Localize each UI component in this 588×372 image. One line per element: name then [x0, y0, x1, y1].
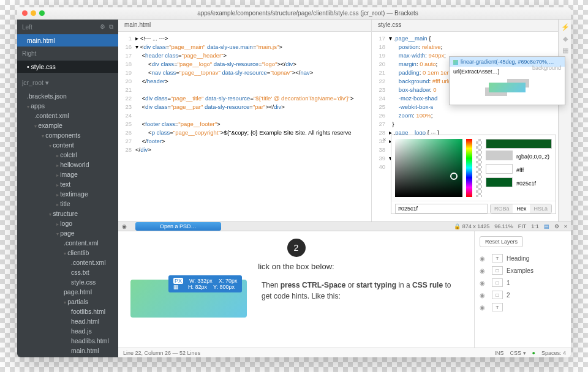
- tree-item[interactable]: page: [17, 228, 118, 238]
- cursor-position: Line 22, Column 26 — 52 Lines: [123, 350, 200, 356]
- hue-slider[interactable]: [466, 139, 472, 197]
- language-mode[interactable]: CSS ▾: [510, 350, 526, 356]
- close-icon[interactable]: [22, 10, 28, 16]
- live-preview-icon[interactable]: ⚡: [561, 23, 570, 31]
- hex-input[interactable]: [395, 204, 488, 214]
- project-root[interactable]: jcr_root ▾: [17, 76, 118, 89]
- layer-row[interactable]: ◉T: [480, 301, 566, 313]
- layers-toggle-icon[interactable]: ▤: [544, 223, 549, 229]
- open-psd-button[interactable]: Open a PSD…: [135, 222, 221, 231]
- eye-icon[interactable]: ◉: [122, 223, 130, 229]
- layer-row[interactable]: ◉□2: [480, 289, 566, 301]
- tree-item[interactable]: textimage: [17, 189, 118, 199]
- tree-item[interactable]: title: [17, 199, 118, 209]
- tree-item[interactable]: head.js: [17, 326, 118, 336]
- extract-icon[interactable]: ▦: [562, 46, 568, 54]
- titlebar[interactable]: apps/example/components/structure/page/c…: [17, 7, 571, 20]
- layers-panel: Reset Layers ◉THeading◉□Examples◉□1◉□2◉T: [474, 231, 571, 348]
- tree-item[interactable]: footlibs.html: [17, 307, 118, 316]
- insert-mode[interactable]: INS: [495, 350, 504, 356]
- tree-item[interactable]: main.html: [17, 346, 118, 355]
- reset-layers-button[interactable]: Reset Layers: [480, 236, 523, 247]
- gear-icon[interactable]: ⚙: [554, 223, 559, 229]
- color-gradient[interactable]: [395, 139, 462, 197]
- working-file-left[interactable]: main.html: [17, 34, 118, 46]
- ratio-button[interactable]: 1:1: [531, 223, 539, 229]
- window-title: apps/example/components/structure/page/c…: [50, 10, 566, 17]
- tree-item[interactable]: .content.xml: [17, 238, 118, 248]
- tree-item[interactable]: .brackets.json: [17, 91, 118, 101]
- gear-icon[interactable]: ⚙: [100, 23, 105, 31]
- fit-button[interactable]: FIT: [518, 223, 527, 229]
- tree-item[interactable]: css.txt: [17, 267, 118, 277]
- tree-item[interactable]: apps: [17, 101, 118, 111]
- tree-item[interactable]: .content.xml: [17, 258, 118, 267]
- editor-left[interactable]: main.html 1▸ <!--- ... --->16▾ <div clas…: [118, 20, 372, 221]
- indent-setting[interactable]: Spaces: 4: [541, 350, 566, 356]
- tree-item[interactable]: image: [17, 169, 118, 179]
- color-mode-segmented[interactable]: RGBaHexHSLa: [490, 204, 552, 214]
- working-set-right-header: Right: [17, 46, 118, 61]
- tree-item[interactable]: logo: [17, 218, 118, 228]
- code-hint-popup[interactable]: linear-gradient(-45deg, #69c8e70%,… back…: [449, 56, 565, 105]
- tree-item[interactable]: structure: [17, 209, 118, 218]
- working-file-right[interactable]: • style.css: [17, 61, 118, 73]
- minimize-icon[interactable]: [31, 10, 36, 16]
- tree-item[interactable]: example: [17, 121, 118, 130]
- inline-color-picker[interactable]: × rgba(0,0,0,.2)#fff#025c1f RGBaHexHSLa: [391, 135, 556, 214]
- layer-row[interactable]: ◉□1: [480, 277, 566, 289]
- sidebar: Left ⚙⧉ main.html Right • style.css jcr_…: [17, 20, 118, 357]
- preview-body: Then press CTRL-Space or start typing in…: [262, 280, 462, 302]
- tree-item[interactable]: content: [17, 140, 118, 150]
- tree-item[interactable]: head.html: [17, 316, 118, 326]
- tree-item[interactable]: colctrl: [17, 150, 118, 160]
- working-set-left-header: Left ⚙⧉: [17, 20, 118, 34]
- extension-gutter: ⚡ ◆ ▦: [559, 20, 571, 221]
- extract-toolbar: ◉ Open a PSD… 🔒 874 x 1425 96.11% FIT 1:…: [118, 221, 571, 231]
- zoom-level: 96.11%: [494, 223, 513, 229]
- tree-item[interactable]: components: [17, 130, 118, 140]
- tree-item[interactable]: page.html: [17, 287, 118, 297]
- editor-tab-left[interactable]: main.html: [118, 20, 371, 32]
- step-badge: 2: [287, 239, 306, 257]
- layer-row[interactable]: ◉□Examples: [480, 264, 566, 277]
- alpha-slider[interactable]: [476, 139, 482, 197]
- zoom-icon[interactable]: [39, 10, 45, 16]
- statusbar: Line 22, Column 26 — 52 Lines INS CSS ▾ …: [118, 348, 571, 357]
- measurement-tooltip: PXW: 332pxX: 70px ▦H: 82pxY: 800px: [168, 275, 242, 292]
- tree-item[interactable]: partials: [17, 297, 118, 307]
- tree-item[interactable]: text: [17, 179, 118, 189]
- editor-tab-right[interactable]: style.css: [372, 20, 558, 32]
- file-tree[interactable]: .brackets.jsonapps.content.xmlexamplecom…: [17, 89, 118, 357]
- tree-item[interactable]: style.css: [17, 277, 118, 287]
- tree-item[interactable]: .content.xml: [17, 111, 118, 121]
- tree-item[interactable]: headlibs.html: [17, 336, 118, 346]
- app-window: apps/example/components/structure/page/c…: [17, 7, 571, 357]
- psd-preview[interactable]: 2 lick on the box below: Then press CTRL…: [118, 231, 474, 348]
- preview-heading: lick on the box below:: [130, 262, 462, 271]
- tree-item[interactable]: main.js: [17, 355, 118, 357]
- tree-item[interactable]: clientlib: [17, 248, 118, 258]
- psd-dimensions: 🔒 874 x 1425: [454, 223, 489, 229]
- hint-preview-swatch: [485, 79, 529, 96]
- close-icon[interactable]: ×: [564, 223, 567, 229]
- extensions-icon[interactable]: ◆: [563, 35, 568, 43]
- layer-row[interactable]: ◉THeading: [480, 252, 566, 264]
- split-icon[interactable]: ⧉: [109, 23, 113, 31]
- tree-item[interactable]: helloworld: [17, 160, 118, 169]
- close-icon[interactable]: ×: [383, 136, 386, 143]
